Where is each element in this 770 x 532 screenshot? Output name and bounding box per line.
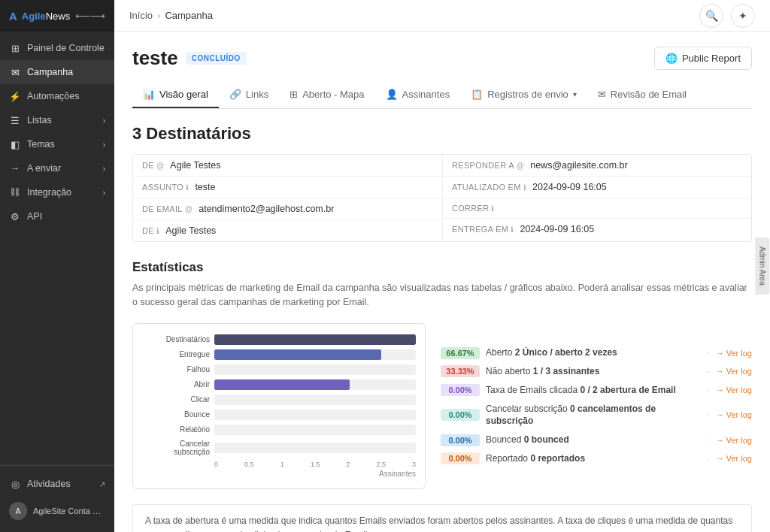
tab-aberto-mapa[interactable]: ⊞ Aberto - Mapa xyxy=(279,82,374,108)
bar-track xyxy=(214,443,416,453)
bar-fill xyxy=(214,349,381,360)
bar-row: Clicar xyxy=(142,394,416,405)
send-icon: → xyxy=(9,162,21,174)
info-row-de: DE @ Agile Testes xyxy=(133,155,442,177)
metric-log-link[interactable]: → Ver log xyxy=(716,367,752,376)
chart-x-title: Assinantes xyxy=(142,470,416,478)
bar-row: Destinatários xyxy=(142,334,416,345)
theme-toggle-button[interactable]: ✦ xyxy=(731,4,755,28)
breadcrumb-current: Campanha xyxy=(165,10,213,21)
logo-icon: A xyxy=(9,10,17,23)
info-row-responder: RESPONDER A @ news@agilesite.com.br xyxy=(443,155,751,177)
metric-text: Taxa de Emails clicada 0 / 2 abertura de… xyxy=(486,384,702,397)
page-title: teste xyxy=(132,47,178,70)
page-header: teste CONCLUÍDO 🌐 Public Report xyxy=(132,47,752,70)
list-icon: ☰ xyxy=(9,114,21,126)
main-content: Início › Campanha 🔍 ✦ teste CONCLUÍDO 🌐 … xyxy=(114,0,770,532)
info-row-correr: CORRER ℹ xyxy=(443,198,751,219)
search-button[interactable]: 🔍 xyxy=(699,4,723,28)
campaign-info-left: DE @ Agile Testes ASSUNTO ℹ teste DE EMA… xyxy=(133,155,442,241)
tab-assinantes[interactable]: 👤 Assinantes xyxy=(375,82,461,108)
chevron-right-icon: › xyxy=(103,189,105,197)
bar-track xyxy=(214,394,416,405)
map-icon: ⊞ xyxy=(290,89,298,100)
sidebar-item-automacoes[interactable]: ⚡ Automações xyxy=(0,84,114,108)
statistics-title: Estatísticas xyxy=(132,260,752,275)
public-report-button[interactable]: 🌐 Public Report xyxy=(654,47,752,70)
metric-separator: · xyxy=(708,411,710,419)
breadcrumb: Início › Campanha xyxy=(129,10,695,21)
bar-label: Bounce xyxy=(142,410,210,419)
metric-badge: 0.00% xyxy=(441,434,480,446)
metric-log-link[interactable]: → Ver log xyxy=(716,436,752,445)
metric-text: Cancelar subscrição 0 cancelamentos de s… xyxy=(486,403,702,428)
sidebar-logo: A AgileNews ⟵⟶ xyxy=(0,0,114,32)
info-row-de-nome: DE ℹ Agile Testes xyxy=(133,220,442,241)
metric-text: Reportado 0 reportados xyxy=(486,452,702,465)
user-name: AgileSite Conta de TE... xyxy=(33,506,101,515)
sidebar-item-atividades[interactable]: ◎ Atividades ↗ xyxy=(0,472,114,496)
metric-item: 33.33%Não aberto 1 / 3 assinantes·→ Ver … xyxy=(441,365,752,378)
tab-visao-geral[interactable]: 📊 Visão geral xyxy=(132,82,219,108)
chevron-down-icon: ▾ xyxy=(573,90,577,98)
metric-item: 0.00%Bounced 0 bounced·→ Ver log xyxy=(441,434,752,446)
link-icon: 🔗 xyxy=(229,89,241,100)
rate-info-text: A taxa de abertura é uma medida que indi… xyxy=(132,504,752,533)
chevron-right-icon: › xyxy=(103,141,105,149)
metric-log-link[interactable]: → Ver log xyxy=(716,454,752,463)
sidebar-item-painel[interactable]: ⊞ Painel de Controle xyxy=(0,36,114,60)
metric-separator: · xyxy=(708,436,710,444)
metric-log-link[interactable]: → Ver log xyxy=(716,349,752,358)
stats-row: DestinatáriosEntregueFalhouAbrirClicarBo… xyxy=(132,323,752,489)
sidebar-user[interactable]: A AgileSite Conta de TE... xyxy=(0,496,114,526)
campaign-info-right: RESPONDER A @ news@agilesite.com.br ATUA… xyxy=(442,155,751,241)
info-row-de-email: DE EMAIL @ atendimento2@agilehost.com.br xyxy=(133,198,442,220)
tabs: 📊 Visão geral 🔗 Links ⊞ Aberto - Mapa 👤 … xyxy=(132,82,752,109)
theme-icon: ◧ xyxy=(9,138,21,150)
statistics-section: Estatísticas As principais métricas de m… xyxy=(132,260,752,489)
sidebar-collapse-icon[interactable]: ⟵⟶ xyxy=(75,10,105,22)
metric-log-link[interactable]: → Ver log xyxy=(716,385,752,394)
sidebar-item-label: Atividades xyxy=(27,479,71,489)
breadcrumb-home[interactable]: Início xyxy=(129,10,153,21)
metric-separator: · xyxy=(708,367,710,376)
metric-badge: 33.33% xyxy=(441,365,480,377)
email-icon: ✉ xyxy=(9,66,21,78)
metric-separator: · xyxy=(708,455,710,463)
chevron-right-icon: › xyxy=(103,165,105,173)
metric-item: 0.00%Reportado 0 reportados·→ Ver log xyxy=(441,452,752,465)
sidebar-item-aenviar[interactable]: → A enviar › xyxy=(0,156,114,180)
sidebar-item-label: Temas xyxy=(27,139,55,150)
users-icon: 👤 xyxy=(386,89,398,100)
status-badge: CONCLUÍDO xyxy=(186,52,247,65)
sidebar-item-campanha[interactable]: ✉ Campanha xyxy=(0,60,114,84)
sidebar-bottom: ◎ Atividades ↗ A AgileSite Conta de TE..… xyxy=(0,465,114,532)
sidebar-item-label: API xyxy=(27,211,42,222)
metric-log-link[interactable]: → Ver log xyxy=(716,410,752,419)
admin-area-tab[interactable]: Admin Area xyxy=(756,237,770,295)
sidebar-item-label: Listas xyxy=(27,115,52,125)
external-link-icon: ↗ xyxy=(99,480,105,488)
metric-text: Bounced 0 bounced xyxy=(486,434,702,446)
tab-registros[interactable]: 📋 Registros de envio ▾ xyxy=(460,82,587,108)
bar-row: Bounce xyxy=(142,410,416,420)
page-title-row: teste CONCLUÍDO xyxy=(132,47,247,70)
metrics-list: 66.67%Aberto 2 Único / aberto 2 vezes·→ … xyxy=(441,323,752,489)
globe-icon: 🌐 xyxy=(665,53,678,64)
bar-track xyxy=(214,349,416,360)
metric-item: 66.67%Aberto 2 Único / aberto 2 vezes·→ … xyxy=(441,346,752,359)
bar-track xyxy=(214,379,416,390)
bar-label: Clicar xyxy=(142,395,210,404)
sidebar-item-listas[interactable]: ☰ Listas › xyxy=(0,108,114,132)
sidebar-item-integracao[interactable]: ⛓ Integração › xyxy=(0,180,114,204)
tab-revisao[interactable]: ✉ Revisão de Email xyxy=(587,82,697,108)
bar-track xyxy=(214,364,416,375)
bar-row: Relatório xyxy=(142,425,416,435)
sidebar-item-api[interactable]: ⚙ API xyxy=(0,204,114,228)
info-row-atualizado: ATUALIZADO EM ℹ 2024-09-09 16:05 xyxy=(443,177,751,198)
tab-links[interactable]: 🔗 Links xyxy=(219,82,279,108)
chart-x-axis: 0 0.5 1 1.5 2 2.5 3 xyxy=(142,461,416,468)
bar-chart-container: DestinatáriosEntregueFalhouAbrirClicarBo… xyxy=(132,323,426,489)
bar-row: Entregue xyxy=(142,349,416,360)
sidebar-item-temas[interactable]: ◧ Temas › xyxy=(0,132,114,156)
